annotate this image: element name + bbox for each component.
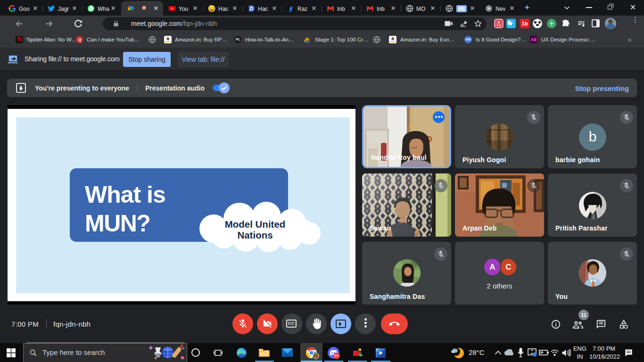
svg-text:Model United: Model United — [225, 219, 286, 230]
svg-text:a: a — [166, 36, 169, 41]
svg-text:Nations: Nations — [237, 230, 272, 240]
svg-text:a: a — [391, 36, 394, 41]
